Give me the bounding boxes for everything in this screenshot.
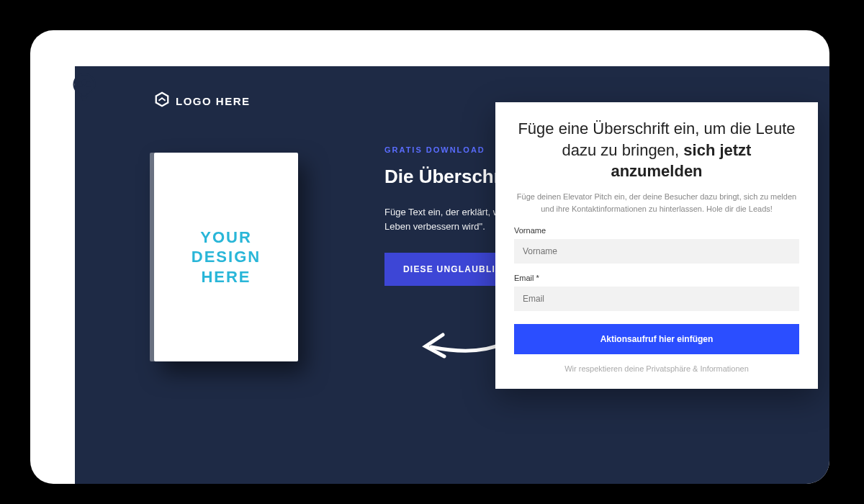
email-input[interactable] [514,287,799,311]
brand-icon [68,71,101,104]
logo: LOGO HERE [154,91,251,110]
svg-point-3 [81,79,87,85]
email-label: Email * [514,274,799,282]
popup-title-text: Füge eine Überschrift ein, um die Leute … [518,120,795,159]
popup-cta-button[interactable]: Aktionsaufruf hier einfügen [514,324,799,354]
firstname-label: Vorname [514,226,799,235]
logo-hexagon-icon [154,91,170,110]
book-mockup: YOUR DESIGN HERE [154,153,298,361]
popup-title: Füge eine Überschrift ein, um die Leute … [514,118,799,182]
signup-popup: Füge eine Überschrift ein, um die Leute … [495,102,818,389]
book-placeholder-label: YOUR DESIGN HERE [192,228,261,287]
logo-text: LOGO HERE [176,95,251,107]
popup-subtitle: Füge deinen Elevator Pitch ein, der dein… [514,191,799,215]
firstname-input[interactable] [514,239,799,264]
popup-privacy-note: Wir respektieren deine Privatsphäre & In… [514,364,799,373]
